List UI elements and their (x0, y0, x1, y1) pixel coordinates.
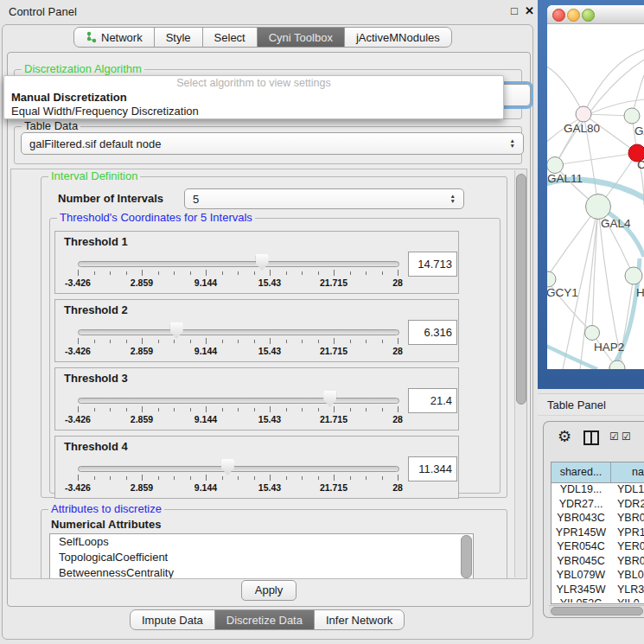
threshold-value-field[interactable]: 14.713 (408, 252, 457, 277)
threshold-value-field[interactable]: 11.344 (408, 456, 457, 481)
slider-tick (398, 270, 399, 276)
slider-scale-label: 15.43 (258, 482, 281, 493)
close-window-icon[interactable] (552, 9, 565, 22)
table-panel-title: Table Panel (547, 399, 606, 411)
slider-tick (174, 271, 175, 275)
group-label: Table Data (22, 120, 80, 132)
table-row[interactable]: YDR27...YDR2 (552, 497, 644, 512)
threshold-slider-track[interactable] (78, 398, 399, 404)
dropdown-option-equal-width[interactable]: Equal Width/Frequency Discretization (4, 105, 503, 118)
slider-scale-label: 21.715 (320, 414, 348, 424)
threshold-slider-handle[interactable] (256, 254, 269, 271)
network-node[interactable] (576, 106, 591, 122)
table-row[interactable]: YBR043CYBR0 (552, 511, 644, 526)
tab-label: Cyni Toolbox (269, 31, 333, 44)
threshold-slider-track[interactable] (78, 261, 399, 267)
slider-scale-label: -3.426 (65, 414, 91, 424)
settings-scrollbar-track[interactable] (514, 170, 526, 577)
attribute-item[interactable]: TopologicalCoefficient (50, 550, 473, 565)
network-node[interactable] (625, 267, 642, 284)
tab-discretize-data[interactable]: Discretize Data (214, 609, 315, 630)
attribute-item[interactable]: BetweennessCentrality (50, 565, 473, 579)
threshold-slider-track[interactable] (78, 329, 399, 335)
column-header[interactable]: shared... (552, 462, 611, 482)
slider-tick (334, 338, 335, 344)
network-node[interactable] (585, 326, 600, 341)
tab-style[interactable]: Style (154, 27, 203, 48)
close-panel-icon[interactable]: ✕ (525, 4, 534, 17)
gear-icon[interactable]: ⚙ (558, 429, 571, 444)
table-cell: YLR345W (552, 583, 610, 597)
table-row[interactable]: YLR345WYLR3 (552, 583, 644, 597)
tab-label: jActiveMNodules (356, 31, 440, 44)
table-cell: YIL052C (552, 596, 610, 603)
zoom-window-icon[interactable] (582, 9, 595, 22)
slider-scale-label: 15.43 (258, 346, 281, 356)
slider-scale-label: 2.859 (131, 277, 153, 288)
slider-tick (286, 476, 287, 480)
network-node[interactable] (586, 194, 611, 220)
table-row[interactable]: YBR045CYBR0 (552, 554, 644, 569)
slider-scale: -3.4262.8599.14415.4321.71528 (78, 346, 398, 357)
slider-tick (78, 406, 79, 412)
float-panel-icon[interactable]: □ (511, 4, 518, 17)
table-row[interactable]: YER054CYER0 (552, 539, 644, 554)
columns-icon[interactable] (583, 430, 599, 445)
slider-tick (382, 408, 383, 411)
tab-impute-data[interactable]: Impute Data (130, 609, 215, 630)
slider-tick (222, 476, 223, 480)
minimize-window-icon[interactable] (567, 9, 580, 22)
slider-tick (398, 475, 399, 481)
table-data-select[interactable]: galFiltered.sif default node (21, 132, 524, 155)
slider-tick (350, 408, 351, 411)
table-row[interactable]: YBL079WYBL0 (552, 568, 644, 583)
dropdown-option-manual[interactable]: Manual Discretization (4, 91, 503, 105)
table-row[interactable]: YDL19...YDL1 (552, 482, 644, 497)
threshold-slider-handle[interactable] (170, 322, 183, 339)
network-node-label: H (636, 286, 644, 299)
combo-arrows-icon[interactable] (510, 138, 515, 149)
threshold-slider-track[interactable] (78, 466, 399, 472)
threshold-slider-handle[interactable] (221, 459, 234, 475)
checkbox-icon[interactable]: ☑ (622, 431, 631, 442)
table-cell: YPR1 (610, 526, 644, 540)
slider-tick (206, 475, 207, 481)
table-hscrollbar-track[interactable] (549, 605, 644, 615)
table-body: YDL19...YDL1YDR27...YDR2YBR043CYBR0YPR14… (552, 482, 644, 603)
threshold-slider: -3.4262.8599.14415.4321.71528 (78, 389, 398, 427)
table-row[interactable]: YPR145WYPR1 (552, 526, 644, 540)
slider-scale-label: -3.426 (65, 277, 91, 288)
table-hscrollbar-thumb[interactable] (551, 607, 643, 615)
num-intervals-spinner[interactable]: 5 (184, 188, 464, 209)
tab-jactivemnodules[interactable]: jActiveMNodules (344, 27, 452, 48)
network-node[interactable] (547, 271, 556, 287)
table-cell: YIL0 (610, 596, 644, 603)
tab-infer-network[interactable]: Infer Network (314, 609, 405, 630)
threshold-value-field[interactable]: 6.316 (408, 320, 457, 345)
table-row[interactable]: YIL052CYIL0 (552, 596, 644, 603)
list-scrollbar-thumb[interactable] (461, 535, 472, 578)
threshold-slider-handle[interactable] (323, 391, 336, 407)
slider-tick (318, 408, 319, 411)
slider-ticks (78, 270, 398, 277)
slider-scale-label: 28 (392, 277, 403, 288)
table-header-row: shared... na (552, 462, 644, 483)
table-data-value: galFiltered.sif default node (29, 137, 161, 150)
checkbox-icon[interactable]: ☑ (609, 431, 619, 442)
slider-tick (110, 408, 111, 411)
slider-tick (174, 408, 175, 411)
settings-scrollbar-thumb[interactable] (516, 174, 526, 405)
column-header[interactable]: na (611, 462, 644, 482)
tab-select[interactable]: Select (202, 27, 258, 48)
spinner-arrows-icon[interactable] (450, 194, 456, 204)
tab-cyni-toolbox[interactable]: Cyni Toolbox (257, 27, 345, 48)
network-node[interactable] (624, 108, 640, 124)
tab-network[interactable]: Network (73, 27, 155, 48)
attribute-item[interactable]: SelfLoops (50, 534, 473, 550)
tab-label: Infer Network (326, 614, 392, 627)
apply-button[interactable]: Apply (241, 580, 296, 601)
threshold-value-field[interactable]: 21.4 (408, 388, 457, 413)
network-node[interactable] (547, 157, 564, 174)
slider-tick (350, 476, 351, 480)
threshold-label: Threshold 4 (64, 440, 128, 453)
